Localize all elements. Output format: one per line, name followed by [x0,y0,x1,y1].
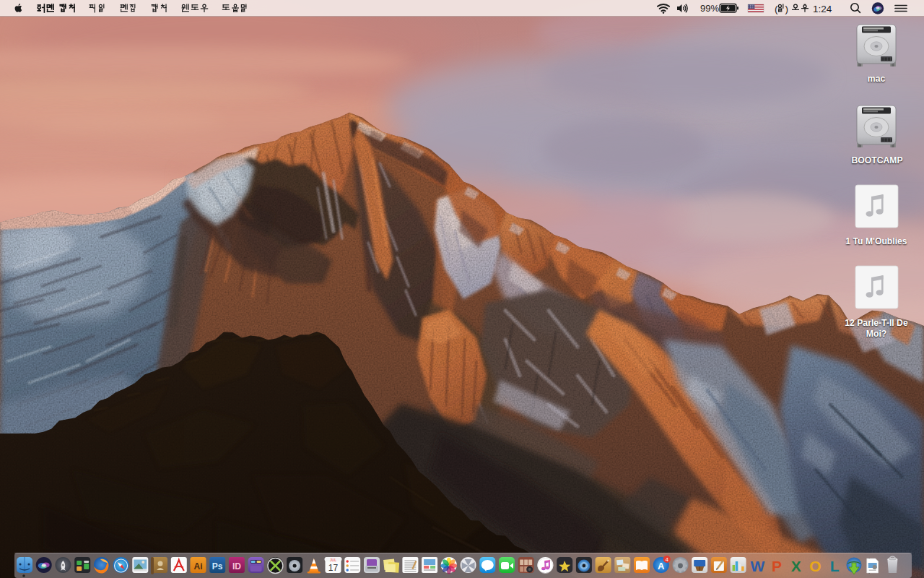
svg-text:W: W [750,558,764,574]
svg-text:P: P [772,558,782,574]
svg-text:X: X [791,558,801,574]
svg-text:JUL: JUL [330,558,336,562]
svg-text:Ps: Ps [212,561,223,571]
svg-text:O: O [809,558,821,574]
svg-text:L: L [830,558,840,574]
svg-text:4: 4 [666,556,668,563]
svg-text:ID: ID [232,561,241,571]
svg-text:Ai: Ai [194,561,203,571]
svg-text:17: 17 [328,563,339,573]
svg-text:A: A [658,561,665,571]
